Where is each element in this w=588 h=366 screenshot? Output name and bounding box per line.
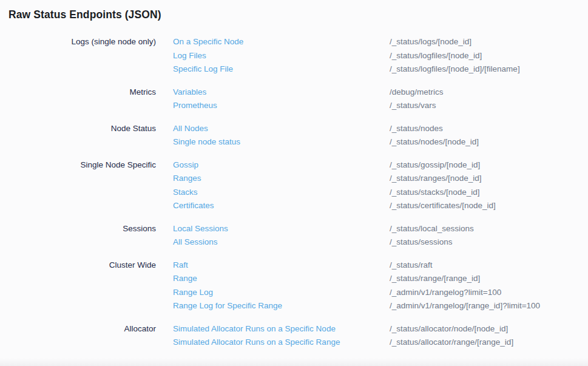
endpoint-link[interactable]: Prometheus	[173, 99, 390, 113]
category-label: Sessions	[8, 222, 156, 236]
section-single-node-specific: Single Node Specific Gossip /_status/gos…	[8, 158, 588, 213]
endpoint-path: /_status/nodes/[node_id]	[390, 135, 479, 149]
endpoint-row: Variables /debug/metrics	[173, 86, 588, 100]
endpoint-path: /_status/range/[range_id]	[390, 272, 480, 286]
endpoint-link[interactable]: Simulated Allocator Runs on a Specific N…	[173, 322, 390, 336]
endpoint-link[interactable]: Log Files	[173, 49, 390, 63]
endpoint-row: Range Log for Specific Range /_admin/v1/…	[173, 299, 588, 313]
endpoint-path: /_status/local_sessions	[390, 222, 474, 236]
endpoint-path: /_status/vars	[390, 99, 436, 113]
endpoint-link[interactable]: Range Log	[173, 286, 390, 300]
endpoint-path: /_status/allocator/node/[node_id]	[390, 322, 508, 336]
endpoint-path: /debug/metrics	[390, 86, 444, 100]
raw-status-endpoints-page: Raw Status Endpoints (JSON) Logs (single…	[0, 0, 588, 366]
endpoint-path: /_status/nodes	[390, 122, 443, 136]
category-label: Logs (single node only)	[8, 35, 156, 49]
section-metrics: Metrics Variables /debug/metrics Prometh…	[8, 86, 588, 113]
section-node-status: Node Status All Nodes /_status/nodes Sin…	[8, 122, 588, 149]
endpoint-link[interactable]: Certificates	[173, 199, 390, 213]
endpoint-path: /_status/sessions	[390, 236, 453, 249]
endpoint-row: Single node status /_status/nodes/[node_…	[173, 135, 588, 149]
endpoint-path: /_status/logfiles/[node_id]	[390, 49, 482, 63]
endpoint-row: Simulated Allocator Runs on a Specific R…	[173, 336, 588, 350]
endpoint-row: Specific Log File /_status/logfiles/[nod…	[173, 63, 588, 76]
endpoint-path: /_status/gossip/[node_id]	[390, 158, 480, 172]
endpoint-link[interactable]: Raft	[173, 259, 390, 273]
page-title: Raw Status Endpoints (JSON)	[8, 8, 588, 21]
endpoint-path: /_admin/v1/rangelog?limit=100	[390, 286, 501, 300]
section-rows: Raft /_status/raft Range /_status/range/…	[173, 259, 588, 313]
endpoint-link[interactable]: Local Sessions	[173, 222, 390, 236]
endpoint-path: /_admin/v1/rangelog/[range_id]?limit=100	[390, 299, 540, 313]
endpoint-row: Local Sessions /_status/local_sessions	[173, 222, 588, 236]
endpoint-path: /_status/logfiles/[node_id]/[filename]	[390, 63, 520, 76]
endpoint-path: /_status/ranges/[node_id]	[390, 172, 482, 186]
category-label: Cluster Wide	[8, 259, 156, 273]
section-allocator: Allocator Simulated Allocator Runs on a …	[8, 322, 588, 350]
endpoint-link[interactable]: Range Log for Specific Range	[173, 299, 390, 313]
endpoint-row: Log Files /_status/logfiles/[node_id]	[173, 49, 588, 63]
endpoint-row: Certificates /_status/certificates/[node…	[173, 199, 588, 213]
endpoint-sections: Logs (single node only) On a Specific No…	[8, 35, 588, 350]
endpoint-row: Raft /_status/raft	[173, 259, 588, 273]
endpoint-link[interactable]: Simulated Allocator Runs on a Specific R…	[173, 336, 390, 350]
section-rows: On a Specific Node /_status/logs/[node_i…	[173, 35, 588, 76]
endpoint-row: All Sessions /_status/sessions	[173, 236, 588, 249]
section-logs: Logs (single node only) On a Specific No…	[8, 35, 588, 76]
endpoint-link[interactable]: Stacks	[173, 186, 390, 200]
endpoint-link[interactable]: Single node status	[173, 135, 390, 149]
category-label: Metrics	[8, 86, 156, 100]
endpoint-link[interactable]: All Nodes	[173, 122, 390, 136]
category-label: Single Node Specific	[8, 158, 156, 172]
endpoint-link[interactable]: Gossip	[173, 158, 390, 172]
endpoint-path: /_status/stacks/[node_id]	[390, 186, 480, 200]
endpoint-link[interactable]: Ranges	[173, 172, 390, 186]
endpoint-link[interactable]: All Sessions	[173, 236, 390, 249]
endpoint-row: On a Specific Node /_status/logs/[node_i…	[173, 35, 588, 49]
endpoint-row: Gossip /_status/gossip/[node_id]	[173, 158, 588, 172]
endpoint-row: All Nodes /_status/nodes	[173, 122, 588, 136]
category-label: Node Status	[8, 122, 156, 136]
section-rows: Gossip /_status/gossip/[node_id] Ranges …	[173, 158, 588, 213]
endpoint-link[interactable]: Specific Log File	[173, 63, 390, 76]
section-rows: All Nodes /_status/nodes Single node sta…	[173, 122, 588, 149]
endpoint-row: Range Log /_admin/v1/rangelog?limit=100	[173, 286, 588, 300]
endpoint-link[interactable]: Variables	[173, 86, 390, 100]
section-sessions: Sessions Local Sessions /_status/local_s…	[8, 222, 588, 249]
endpoint-row: Simulated Allocator Runs on a Specific N…	[173, 322, 588, 336]
section-cluster-wide: Cluster Wide Raft /_status/raft Range /_…	[8, 259, 588, 313]
endpoint-path: /_status/logs/[node_id]	[390, 35, 471, 49]
endpoint-row: Range /_status/range/[range_id]	[173, 272, 588, 286]
endpoint-link[interactable]: On a Specific Node	[173, 35, 390, 49]
page-bottom-edge	[0, 358, 588, 366]
section-rows: Variables /debug/metrics Prometheus /_st…	[173, 86, 588, 113]
endpoint-path: /_status/raft	[390, 259, 433, 273]
endpoint-row: Ranges /_status/ranges/[node_id]	[173, 172, 588, 186]
endpoint-path: /_status/allocator/range/[range_id]	[390, 336, 513, 350]
endpoint-path: /_status/certificates/[node_id]	[390, 199, 496, 213]
endpoint-link[interactable]: Range	[173, 272, 390, 286]
endpoint-row: Stacks /_status/stacks/[node_id]	[173, 186, 588, 200]
category-label: Allocator	[8, 322, 156, 336]
section-rows: Simulated Allocator Runs on a Specific N…	[173, 322, 588, 350]
endpoint-row: Prometheus /_status/vars	[173, 99, 588, 113]
section-rows: Local Sessions /_status/local_sessions A…	[173, 222, 588, 249]
